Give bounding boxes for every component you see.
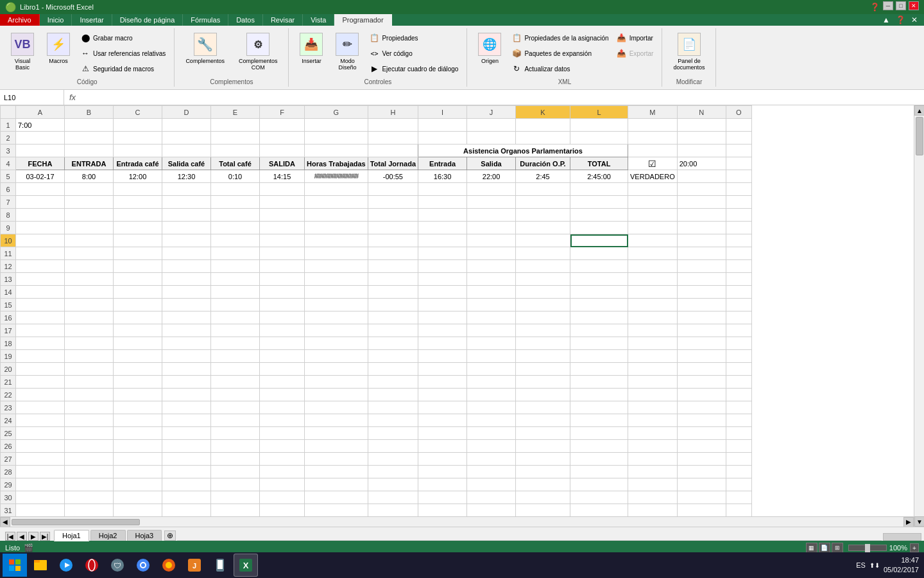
panel-documentos-button[interactable]: 📄 Panel dedocumentos: [667, 30, 710, 74]
taskbar-java[interactable]: J: [182, 554, 207, 577]
taskbar-media[interactable]: [54, 554, 78, 577]
taskbar-chrome[interactable]: [131, 554, 155, 577]
tab-revisar[interactable]: Revisar: [263, 14, 303, 26]
cell-o5[interactable]: [726, 170, 751, 183]
cell-a3[interactable]: [16, 144, 65, 157]
cell-i2[interactable]: [418, 132, 467, 144]
cell-d3[interactable]: [162, 144, 211, 157]
cell-c5[interactable]: 12:00: [114, 170, 162, 183]
ver-codigo-button[interactable]: <> Ver código: [366, 46, 461, 60]
seguridad-macros-button[interactable]: ⚠ Seguridad de macros: [77, 62, 169, 76]
complementos-button[interactable]: 🔧 Complementos: [180, 30, 230, 67]
taskbar-phone[interactable]: [208, 554, 232, 577]
new-sheet-button[interactable]: ⊕: [164, 530, 176, 541]
cell-h4[interactable]: Total Jornada: [368, 157, 418, 170]
tab-inicio[interactable]: Inicio: [40, 14, 73, 26]
ejecutar-cuadro-button[interactable]: ▶ Ejecutar cuadro de diálogo: [366, 62, 461, 76]
cell-a1[interactable]: 7:00: [16, 119, 65, 132]
col-header-b[interactable]: B: [65, 106, 114, 119]
col-header-c[interactable]: C: [114, 106, 162, 119]
minimize-button[interactable]: ─: [883, 1, 893, 10]
tab-formulas[interactable]: Fórmulas: [183, 14, 228, 26]
cell-f5[interactable]: 14:15: [260, 170, 305, 183]
restore-button[interactable]: □: [896, 1, 906, 10]
taskbar-explorer[interactable]: [28, 554, 53, 577]
cell-e4[interactable]: Total café: [211, 157, 260, 170]
cell-j5[interactable]: 22:00: [467, 170, 516, 183]
cell-e5[interactable]: 0:10: [211, 170, 260, 183]
cell-l5[interactable]: 2:45:00: [570, 170, 628, 183]
cell-g4[interactable]: Horas Trabajadas: [305, 157, 368, 170]
cell-d2[interactable]: [162, 132, 211, 144]
close-icon[interactable]: ✕: [909, 14, 920, 26]
name-box[interactable]: L10: [0, 90, 64, 105]
complementos-com-button[interactable]: ⚙ ComplementosCOM: [233, 30, 284, 74]
cell-m5[interactable]: VERDADERO: [628, 170, 678, 183]
cell-d5[interactable]: 12:30: [162, 170, 211, 183]
cell-n2[interactable]: [677, 132, 726, 144]
origen-button[interactable]: 🌐 Origen: [472, 30, 507, 67]
cell-b1[interactable]: [65, 119, 114, 132]
cell-d4[interactable]: Salida café: [162, 157, 211, 170]
cell-b2[interactable]: [65, 132, 114, 144]
cell-i3-merged[interactable]: Asistencia Organos Parlamentarios: [418, 144, 628, 157]
col-header-l[interactable]: L: [570, 106, 628, 119]
cell-n4[interactable]: 20:00: [677, 157, 726, 170]
cell-l4[interactable]: TOTAL: [570, 157, 628, 170]
zoom-slider[interactable]: [848, 545, 887, 551]
sheet-nav-next[interactable]: ▶: [28, 532, 38, 541]
cell-k1[interactable]: [516, 119, 570, 132]
cell-c4[interactable]: Entrada café: [114, 157, 162, 170]
cell-f4[interactable]: SALIDA: [260, 157, 305, 170]
cell-h3[interactable]: [368, 144, 418, 157]
help-icon[interactable]: ❓: [869, 1, 880, 13]
taskbar-excel[interactable]: X: [234, 554, 258, 577]
view-normal-button[interactable]: ▦: [806, 543, 817, 553]
sheet-tab-hoja3[interactable]: Hoja3: [127, 530, 162, 541]
sheet-nav-prev[interactable]: ◀: [17, 532, 27, 541]
actualizar-datos-button[interactable]: ↻ Actualizar datos: [508, 62, 612, 76]
scrollbar-horizontal[interactable]: ◀ ▶: [0, 516, 914, 527]
taskbar-opera[interactable]: [80, 554, 104, 577]
cell-g5[interactable]: ###############: [305, 170, 368, 183]
cell-k2[interactable]: [516, 132, 570, 144]
cell-o4[interactable]: [726, 157, 751, 170]
tab-programador[interactable]: Programador: [334, 14, 391, 26]
help-ribbon-icon[interactable]: ❓: [894, 14, 906, 26]
cell-i5[interactable]: 16:30: [418, 170, 467, 183]
cell-l10-active[interactable]: [570, 234, 628, 247]
formula-input[interactable]: [81, 90, 924, 105]
propiedades-asignacion-button[interactable]: 📋 Propiedades de la asignación: [508, 31, 612, 45]
tab-insertar[interactable]: Insertar: [72, 14, 112, 26]
cell-b5[interactable]: 8:00: [65, 170, 114, 183]
col-header-i[interactable]: I: [418, 106, 467, 119]
cell-m4-checkbox[interactable]: ☑: [628, 157, 678, 170]
tab-datos[interactable]: Datos: [228, 14, 263, 26]
propiedades-button[interactable]: 📋 Propiedades: [366, 31, 461, 45]
cell-g1[interactable]: [305, 119, 368, 132]
cell-i1[interactable]: [418, 119, 467, 132]
visual-basic-button[interactable]: VB VisualBasic: [5, 30, 40, 74]
cell-o2[interactable]: [726, 132, 751, 144]
view-pagebreak-button[interactable]: ⊞: [832, 543, 843, 553]
col-header-o[interactable]: O: [726, 106, 751, 119]
cell-o3[interactable]: [726, 144, 751, 157]
scrollbar-vertical[interactable]: ▲ ▼: [914, 105, 924, 527]
paquetes-button[interactable]: 📦 Paquetes de expansión: [508, 46, 612, 60]
cell-a4[interactable]: FECHA: [16, 157, 65, 170]
zoom-in-button[interactable]: +: [910, 543, 919, 552]
cell-l2[interactable]: [570, 132, 628, 144]
cell-j1[interactable]: [467, 119, 516, 132]
cell-j2[interactable]: [467, 132, 516, 144]
cell-f1[interactable]: [260, 119, 305, 132]
cell-e2[interactable]: [211, 132, 260, 144]
cell-e1[interactable]: [211, 119, 260, 132]
view-layout-button[interactable]: 📄: [819, 543, 830, 553]
importar-button[interactable]: 📥 Importar: [613, 31, 657, 45]
cell-l1[interactable]: [570, 119, 628, 132]
col-header-j[interactable]: J: [467, 106, 516, 119]
cell-i4[interactable]: Entrada: [418, 157, 467, 170]
taskbar-security[interactable]: 🛡: [105, 554, 130, 577]
minimize-ribbon-icon[interactable]: ▲: [880, 14, 892, 26]
col-header-n[interactable]: N: [677, 106, 726, 119]
